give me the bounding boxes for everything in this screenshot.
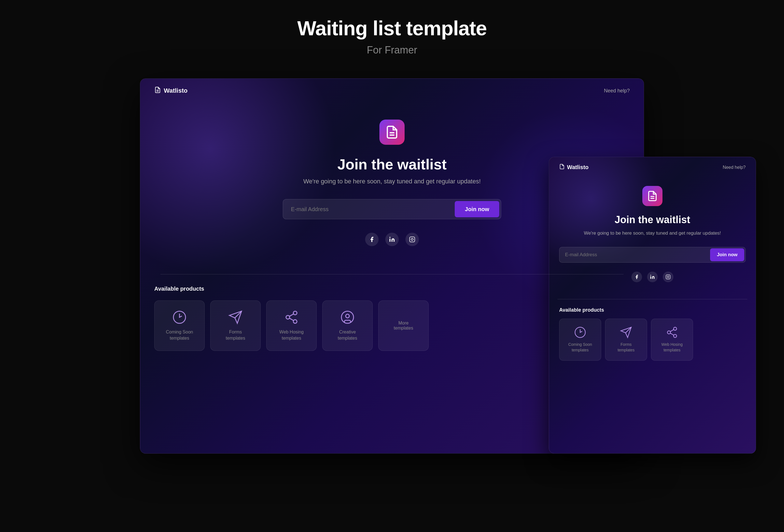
screenshots-container: Watlisto Need help? Join the waitlist We… [28, 78, 756, 454]
mobile-instagram-icon[interactable] [663, 272, 673, 282]
svg-point-27 [674, 327, 677, 330]
svg-rect-20 [650, 276, 651, 279]
desktop-app-icon [380, 119, 404, 145]
product-coming-soon-label: Coming Soontemplates [166, 329, 193, 342]
page-subtitle: For Framer [367, 44, 417, 56]
product-forms[interactable]: Formstemplates [210, 301, 261, 351]
file-icon [154, 86, 161, 95]
desktop-logo: Watlisto [154, 86, 188, 95]
mobile-email-form: Join now [559, 247, 746, 263]
desktop-email-input[interactable] [283, 199, 453, 219]
product-forms-label: Formstemplates [226, 329, 245, 342]
svg-point-29 [674, 334, 677, 337]
mobile-navbar: Watlisto Need help? [549, 157, 756, 177]
mobile-facebook-icon[interactable] [632, 272, 642, 282]
mobile-hero: Join the waitlist We're going to be here… [549, 177, 756, 299]
instagram-icon[interactable] [405, 233, 419, 246]
mobile-logo-text: Watlisto [567, 164, 589, 170]
svg-point-13 [293, 319, 297, 323]
desktop-hero-subtitle: We're going to be here soon, stay tuned … [303, 178, 481, 185]
linkedin-icon[interactable] [385, 233, 399, 246]
svg-line-30 [670, 333, 674, 335]
mobile-product-web-hosting-label: Web Hosingtemplates [661, 342, 683, 353]
mobile-join-button[interactable]: Join now [710, 248, 744, 261]
mobile-products: Available products Coming Soontemplates … [549, 307, 756, 361]
mobile-product-forms-label: Formstemplates [618, 342, 635, 353]
product-web-hosting[interactable]: Web Hosingtemplates [266, 301, 317, 351]
svg-rect-4 [390, 239, 391, 242]
mobile-social-icons [632, 272, 673, 282]
mobile-product-coming-soon-label: Coming Soontemplates [568, 342, 592, 353]
product-coming-soon[interactable]: Coming Soontemplates [154, 301, 205, 351]
svg-point-11 [293, 311, 297, 315]
desktop-social-icons [365, 233, 419, 246]
desktop-logo-text: Watlisto [164, 87, 188, 94]
svg-point-28 [668, 331, 671, 334]
product-creative-label: Creativetemplates [338, 329, 357, 342]
mobile-product-web-hosting[interactable]: Web Hosingtemplates [651, 319, 693, 361]
product-more-label: Moretemplates [394, 320, 413, 331]
mobile-products-title: Available products [559, 307, 746, 313]
svg-point-21 [650, 275, 651, 276]
desktop-hero-title: Join the waitlist [337, 156, 447, 173]
desktop-help-link[interactable]: Need help? [604, 88, 630, 94]
desktop-email-form: Join now [283, 199, 501, 219]
mobile-hero-title: Join the waitlist [615, 214, 690, 226]
desktop-join-button[interactable]: Join now [455, 201, 499, 217]
mobile-product-coming-soon[interactable]: Coming Soontemplates [559, 319, 601, 361]
product-more[interactable]: Moretemplates [378, 301, 429, 351]
mobile-file-icon [559, 164, 565, 171]
page-title: Waiting list template [297, 17, 487, 40]
mobile-app-icon [642, 186, 663, 206]
mobile-products-grid: Coming Soontemplates Formstemplates [559, 319, 746, 361]
svg-line-31 [670, 330, 674, 332]
mobile-logo: Watlisto [559, 164, 589, 171]
svg-rect-6 [410, 237, 415, 242]
svg-point-16 [341, 311, 353, 323]
svg-point-5 [390, 237, 391, 238]
desktop-navbar: Watlisto Need help? [140, 79, 644, 103]
mobile-help-link[interactable]: Need help? [723, 165, 746, 170]
svg-rect-22 [666, 275, 670, 279]
mobile-email-input[interactable] [559, 247, 709, 262]
svg-point-12 [286, 315, 290, 319]
svg-point-17 [346, 314, 349, 318]
svg-line-15 [289, 314, 294, 316]
mobile-divider [558, 299, 748, 299]
svg-line-14 [289, 318, 294, 320]
mobile-linkedin-icon[interactable] [647, 272, 658, 282]
facebook-icon[interactable] [365, 233, 379, 246]
mobile-hero-subtitle: We're going to be here soon, stay tuned … [584, 230, 721, 237]
mobile-product-forms[interactable]: Formstemplates [605, 319, 647, 361]
product-web-hosting-label: Web Hosingtemplates [279, 329, 304, 342]
product-creative[interactable]: Creativetemplates [322, 301, 373, 351]
